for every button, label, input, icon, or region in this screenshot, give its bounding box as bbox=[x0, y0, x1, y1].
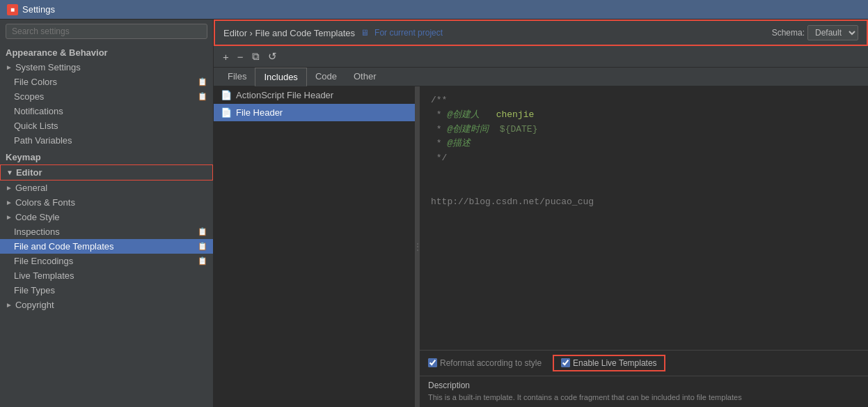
scope-icon-active: 📋 bbox=[198, 242, 207, 251]
template-list: 📄 ActionScript File Header 📄 File Header bbox=[214, 86, 416, 407]
sidebar-item-label: System Settings bbox=[15, 62, 81, 72]
add-button[interactable]: + bbox=[219, 49, 232, 64]
sidebar-item-inspections[interactable]: Inspections 📋 bbox=[0, 224, 213, 239]
code-line-6 bbox=[431, 166, 857, 181]
template-item-label: ActionScript File Header bbox=[236, 90, 333, 100]
sidebar-item-label: Code Style bbox=[15, 212, 60, 222]
code-line-4: * @描述 bbox=[431, 137, 857, 151]
code-line-2: * @创建人 chenjie bbox=[431, 108, 857, 123]
sidebar-item-notifications[interactable]: Notifications bbox=[0, 104, 213, 118]
sidebar-item-quick-lists[interactable]: Quick Lists bbox=[0, 118, 213, 133]
sidebar-item-label: File and Code Templates bbox=[14, 241, 114, 252]
keymap-label: Keymap bbox=[0, 148, 213, 164]
template-icon: 📄 bbox=[221, 90, 232, 100]
scope-icon: 📋 bbox=[198, 77, 207, 86]
sidebar-item-label: Scopes bbox=[14, 91, 44, 102]
description-section: Description This is a built-in template.… bbox=[420, 376, 868, 407]
breadcrumb-bar: Editor › File and Code Templates 🖥 For c… bbox=[214, 20, 868, 46]
sidebar-item-label: Copyright bbox=[15, 300, 54, 310]
code-line-7 bbox=[431, 181, 857, 195]
reformat-check[interactable]: Reformat according to style bbox=[428, 358, 542, 368]
code-editor[interactable]: /** * @创建人 chenjie * @创建时间 ${DATE} * @描述… bbox=[420, 86, 868, 350]
reformat-checkbox[interactable] bbox=[428, 358, 437, 367]
window-title: Settings bbox=[22, 4, 55, 15]
sidebar-item-path-variables[interactable]: Path Variables bbox=[0, 133, 213, 148]
code-line-url: http://blog.csdn.net/pucao_cug bbox=[431, 195, 857, 210]
tab-files[interactable]: Files bbox=[219, 68, 255, 86]
sidebar-item-label: File Types bbox=[14, 285, 55, 295]
sidebar: Appearance & Behavior ► System Settings … bbox=[0, 20, 214, 407]
sidebar-item-label: Colors & Fonts bbox=[15, 197, 75, 208]
description-text: This is a built-in template. It contains… bbox=[428, 392, 860, 403]
main-layout: Appearance & Behavior ► System Settings … bbox=[0, 20, 868, 407]
sidebar-item-scopes[interactable]: Scopes 📋 bbox=[0, 89, 213, 104]
sidebar-item-label: Notifications bbox=[14, 106, 63, 116]
scope-icon: 📋 bbox=[198, 256, 207, 266]
for-project-icon: 🖥 bbox=[361, 28, 369, 38]
search-input[interactable] bbox=[6, 24, 207, 39]
sidebar-item-file-colors[interactable]: File Colors 📋 bbox=[0, 75, 213, 89]
split-pane: 📄 ActionScript File Header 📄 File Header… bbox=[214, 86, 868, 407]
enable-live-checkbox[interactable] bbox=[561, 358, 570, 367]
sidebar-item-copyright[interactable]: ► Copyright bbox=[0, 298, 213, 312]
sidebar-item-file-encodings[interactable]: File Encodings 📋 bbox=[0, 254, 213, 268]
sidebar-item-file-types[interactable]: File Types bbox=[0, 283, 213, 298]
reformat-label: Reformat according to style bbox=[440, 358, 542, 368]
sidebar-item-code-style[interactable]: ► Code Style bbox=[0, 210, 213, 224]
schema-label: Schema: bbox=[772, 28, 805, 38]
code-line-3: * @创建时间 ${DATE} bbox=[431, 123, 857, 137]
template-item-label: File Header bbox=[236, 107, 283, 118]
code-footer: Reformat according to style Enable Live … bbox=[420, 350, 868, 376]
arrow-icon: ► bbox=[6, 213, 13, 221]
template-item-file-header[interactable]: 📄 File Header bbox=[214, 104, 415, 121]
for-project-label: For current project bbox=[374, 28, 443, 38]
editor-group-label[interactable]: ▼ Editor bbox=[0, 164, 213, 181]
scope-icon: 📋 bbox=[198, 227, 207, 236]
sidebar-item-label: Live Templates bbox=[14, 270, 74, 281]
arrow-icon: ► bbox=[6, 63, 13, 71]
remove-button[interactable]: − bbox=[234, 49, 247, 64]
sidebar-item-label: Inspections bbox=[14, 226, 60, 237]
sidebar-item-live-templates[interactable]: Live Templates bbox=[0, 268, 213, 283]
sidebar-item-label: File Encodings bbox=[14, 256, 73, 266]
sidebar-item-system-settings[interactable]: ► System Settings bbox=[0, 60, 213, 75]
tab-code[interactable]: Code bbox=[307, 68, 345, 86]
tab-other[interactable]: Other bbox=[345, 68, 385, 86]
code-line-5: */ bbox=[431, 151, 857, 166]
app-icon: ■ bbox=[7, 4, 18, 15]
template-icon-active: 📄 bbox=[221, 107, 232, 118]
schema-dropdown[interactable]: Default bbox=[807, 25, 858, 40]
sidebar-item-colors-fonts[interactable]: ► Colors & Fonts bbox=[0, 195, 213, 210]
sidebar-item-label: Quick Lists bbox=[14, 121, 58, 131]
tab-includes[interactable]: Includes bbox=[255, 68, 306, 86]
editor-label: Editor bbox=[16, 167, 42, 178]
code-line-1: /** bbox=[431, 93, 857, 108]
template-item-actionscript[interactable]: 📄 ActionScript File Header bbox=[214, 86, 415, 104]
tabs-bar: Files Includes Code Other bbox=[214, 68, 868, 86]
code-area: /** * @创建人 chenjie * @创建时间 ${DATE} * @描述… bbox=[420, 86, 868, 407]
main-content: Editor › File and Code Templates 🖥 For c… bbox=[214, 20, 868, 407]
arrow-icon: ► bbox=[6, 184, 13, 192]
enable-live-label: Enable Live Templates bbox=[573, 358, 657, 368]
breadcrumb-path: Editor › File and Code Templates bbox=[223, 28, 355, 38]
copy-button[interactable]: ⧉ bbox=[248, 49, 263, 64]
appearance-behavior-label: Appearance & Behavior bbox=[0, 43, 213, 60]
enable-live-templates-button[interactable]: Enable Live Templates bbox=[553, 355, 665, 371]
reset-button[interactable]: ↺ bbox=[265, 49, 281, 64]
titlebar: ■ Settings bbox=[0, 0, 868, 20]
description-title: Description bbox=[428, 381, 860, 390]
arrow-icon: ► bbox=[6, 301, 13, 309]
editor-arrow-icon: ▼ bbox=[6, 169, 13, 176]
toolbar: + − ⧉ ↺ bbox=[214, 46, 868, 68]
sidebar-item-label: File Colors bbox=[14, 77, 57, 87]
arrow-icon: ► bbox=[6, 199, 13, 206]
sidebar-item-general[interactable]: ► General bbox=[0, 181, 213, 195]
sidebar-item-label: Path Variables bbox=[14, 135, 72, 146]
scope-icon: 📋 bbox=[198, 92, 207, 101]
sidebar-item-label: General bbox=[15, 183, 47, 193]
sidebar-item-file-code-templates[interactable]: File and Code Templates 📋 bbox=[0, 239, 213, 254]
